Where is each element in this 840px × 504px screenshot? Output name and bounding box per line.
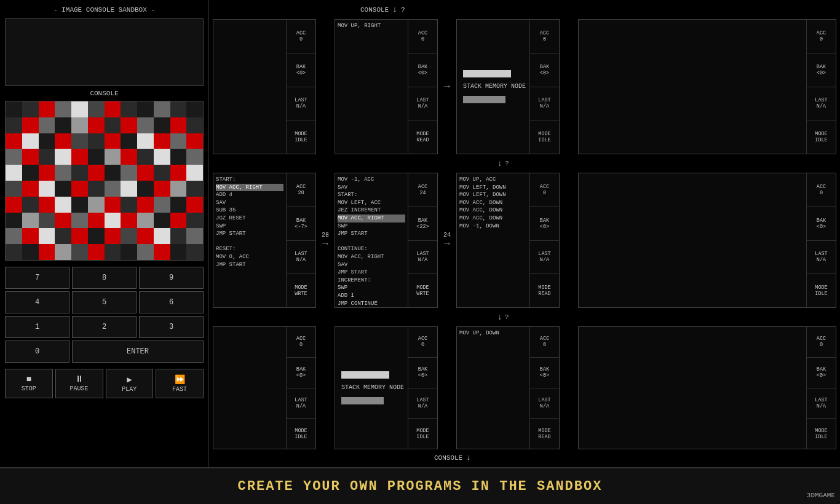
- node-10: STACK MEMORY NODE ACC0 BAK<0> LASTN/A MO…: [335, 326, 438, 449]
- h-arrow-7-8: [561, 173, 577, 308]
- right-content: CONSOLE ↓ ? ACC0 BAK<0> LASTN/A MODEIDLE: [209, 0, 840, 467]
- node-12-regs: ACC0 BAK<0> LASTN/A MODEIDLE: [806, 327, 836, 449]
- node-7-acc: ACC0: [530, 173, 559, 207]
- console-footer-arrow: ↓: [466, 453, 471, 462]
- row-1: ACC0 BAK<0> LASTN/A MODEIDLE MOV UP, RIG…: [213, 19, 836, 154]
- node-6: MOV -1, ACCSAVSTART:MOV LEFT, ACCJEZ INC…: [335, 173, 438, 308]
- play-button[interactable]: ▶ PLAY: [106, 369, 154, 398]
- console-header-arrow: ↓: [392, 5, 397, 14]
- stack-memory-label-top: STACK MEMORY NODE: [463, 82, 523, 91]
- node-8: ACC0 BAK<0> LASTN/A MODEIDLE: [578, 173, 836, 308]
- stack-bar-1: [463, 70, 511, 77]
- numpad-4[interactable]: 4: [5, 291, 69, 313]
- node-4-mode: MODEIDLE: [807, 120, 836, 154]
- node-3-bak: BAK<0>: [530, 53, 559, 87]
- node-1-bak: BAK<0>: [287, 53, 315, 87]
- node-8-acc: ACC0: [807, 173, 836, 207]
- node-11-bak: BAK<0>: [530, 358, 559, 388]
- watermark: 3DMGAME: [807, 492, 835, 499]
- numpad-0[interactable]: 0: [5, 341, 69, 363]
- node-7-mode: MODEREAD: [530, 274, 559, 307]
- numpad-5[interactable]: 5: [72, 291, 137, 313]
- pause-label: PAUSE: [70, 385, 89, 392]
- h-arrow-2-3: →: [439, 19, 455, 154]
- h-arrow-11-12: [561, 326, 577, 449]
- numpad: 7 8 9 4 5 6 1 2 3 0 ENTER: [5, 267, 204, 363]
- h-arrow-28: 28 →: [317, 173, 333, 308]
- node-2-regs: ACC0 BAK<0> LASTN/A MODEREAD: [408, 20, 437, 154]
- node-12-mode: MODEIDLE: [807, 419, 836, 449]
- numpad-9[interactable]: 9: [139, 267, 204, 289]
- stack-bar-2: [463, 96, 505, 103]
- h-arrow-10-11: [439, 326, 455, 449]
- node-9-last: LASTN/A: [287, 388, 315, 419]
- node-1-mode: MODEIDLE: [287, 120, 315, 154]
- numpad-2[interactable]: 2: [72, 316, 137, 338]
- pixel-canvas: [5, 101, 204, 261]
- numpad-7[interactable]: 7: [5, 267, 69, 289]
- node-6-mode: MODEWRTE: [408, 274, 437, 307]
- node-9: ACC0 BAK<0> LASTN/A MODEIDLE: [213, 326, 316, 449]
- h-arrow-3-4: [561, 19, 577, 154]
- node-2-last: LASTN/A: [408, 87, 437, 121]
- node-12-content: [579, 327, 806, 449]
- numpad-1[interactable]: 1: [5, 316, 69, 338]
- stop-button[interactable]: ■ STOP: [5, 369, 53, 398]
- node-6-acc: ACC24: [408, 173, 437, 207]
- node-5-content: START:MOV ACC, RIGHTADD 4SAVSUB 35JGZ RE…: [213, 173, 286, 307]
- node-10-content: STACK MEMORY NODE: [335, 327, 408, 449]
- node-5-acc: ACC28: [287, 173, 315, 207]
- node-5: START:MOV ACC, RIGHTADD 4SAVSUB 35JGZ RE…: [213, 173, 316, 308]
- node-12-acc: ACC0: [807, 327, 836, 358]
- node-10-regs: ACC0 BAK<0> LASTN/A MODEIDLE: [408, 327, 437, 449]
- node-5-regs: ACC28 BAK<-7> LASTN/A MODEWRTE: [286, 173, 315, 307]
- node-6-bak: BAK<22>: [408, 207, 437, 241]
- node-4-last: LASTN/A: [807, 87, 836, 121]
- fast-button[interactable]: ⏩ FAST: [156, 369, 204, 398]
- node-1-content: [213, 20, 286, 154]
- down-arrow-icon-2: ↓: [497, 312, 502, 322]
- node-3: STACK MEMORY NODE ACC0 BAK<0> LASTN/A MO…: [456, 19, 560, 154]
- pause-button[interactable]: ⏸ PAUSE: [55, 369, 103, 398]
- node-6-regs: ACC24 BAK<22> LASTN/A MODEWRTE: [408, 173, 437, 307]
- play-label: PLAY: [122, 386, 137, 393]
- node-12: ACC0 BAK<0> LASTN/A MODEIDLE: [578, 326, 836, 449]
- node-1-regs: ACC0 BAK<0> LASTN/A MODEIDLE: [286, 20, 315, 154]
- node-4: ACC0 BAK<0> LASTN/A MODEIDLE: [578, 19, 836, 154]
- node-2-content: MOV UP, RIGHT: [335, 20, 408, 154]
- numpad-6[interactable]: 6: [139, 291, 204, 313]
- node-7-content: MOV UP, ACCMOV LEFT, DOWNMOV LEFT, DOWNM…: [457, 173, 529, 307]
- numpad-3[interactable]: 3: [139, 316, 204, 338]
- node-7-bak: BAK<0>: [530, 207, 559, 241]
- pause-icon: ⏸: [75, 374, 84, 384]
- stack-bar-bot-1: [341, 371, 389, 379]
- node-8-bak: BAK<0>: [807, 207, 836, 241]
- down-arrow-icon: ↓: [497, 159, 502, 168]
- node-3-content: STACK MEMORY NODE: [457, 20, 529, 154]
- node-12-bak: BAK<0>: [807, 358, 836, 388]
- node-6-content: MOV -1, ACCSAVSTART:MOV LEFT, ACCJEZ INC…: [335, 173, 408, 307]
- node-11: MOV UP, DOWN ACC0 BAK<0> LASTN/A MODEREA…: [456, 326, 560, 449]
- node-7-last: LASTN/A: [530, 241, 559, 275]
- question-mark: ?: [505, 160, 509, 167]
- stop-label: STOP: [22, 385, 36, 392]
- pixel-grid: [6, 101, 203, 260]
- row-2: START:MOV ACC, RIGHTADD 4SAVSUB 35JGZ RE…: [213, 173, 836, 308]
- node-7-regs: ACC0 BAK<0> LASTN/A MODEREAD: [529, 173, 559, 307]
- enter-button[interactable]: ENTER: [72, 341, 204, 363]
- numpad-8[interactable]: 8: [72, 267, 137, 289]
- image-display: [5, 18, 204, 86]
- node-1-acc: ACC0: [287, 20, 315, 53]
- node-3-last: LASTN/A: [530, 87, 559, 121]
- node-8-content: [579, 173, 806, 307]
- stack-bar-bot-2: [341, 397, 384, 404]
- node-6-last: LASTN/A: [408, 241, 437, 275]
- node-9-mode: MODEIDLE: [287, 419, 315, 449]
- bottom-text: CREATE YOUR OWN PROGRAMS IN THE SANDBOX: [238, 479, 603, 494]
- node-2: MOV UP, RIGHT ACC0 BAK<0> LASTN/A MODERE…: [335, 19, 438, 154]
- node-3-regs: ACC0 BAK<0> LASTN/A MODEIDLE: [529, 20, 559, 154]
- node-10-mode: MODEIDLE: [408, 419, 437, 449]
- node-8-mode: MODEIDLE: [807, 274, 836, 307]
- node-10-last: LASTN/A: [408, 388, 437, 419]
- console-footer-label: CONSOLE: [434, 454, 462, 462]
